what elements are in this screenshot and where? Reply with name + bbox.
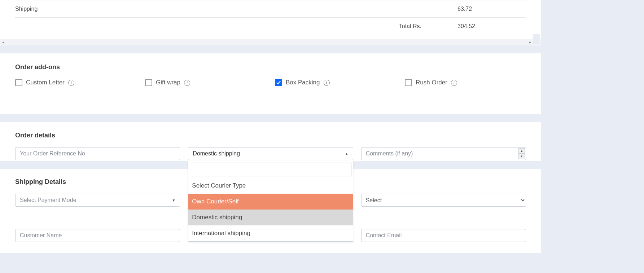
courier-option-international[interactable]: International shipping — [188, 225, 352, 241]
courier-type-select[interactable]: Domestic shipping ▲ — [188, 147, 353, 160]
contact-email-input[interactable] — [361, 229, 526, 242]
horizontal-scrollbar[interactable]: ◂ ▸ — [0, 39, 541, 45]
addon-box-packing: Box Packing i — [275, 79, 405, 86]
summary-total-value: 304.52 — [439, 23, 526, 30]
chevron-up-icon: ▲ — [345, 152, 349, 156]
order-details-section: Order details Domestic shipping ▲ Select… — [0, 122, 541, 161]
addon-custom-letter: Custom Letter i — [15, 79, 145, 86]
order-summary: Shipping 63.72 Total Rs. 304.52 ▾ — [0, 0, 541, 39]
addon-rush-order-label: Rush Order — [416, 79, 447, 86]
addon-rush-order-checkbox[interactable] — [405, 79, 412, 86]
addon-box-packing-checkbox[interactable] — [275, 79, 282, 86]
order-reference-input[interactable] — [15, 147, 180, 160]
addon-rush-order: Rush Order i — [405, 79, 457, 86]
textarea-resize-handle[interactable]: ▲ ▼ — [518, 148, 525, 159]
courier-type-search-input[interactable] — [190, 163, 351, 176]
info-icon[interactable]: i — [184, 80, 190, 86]
courier-type-dropdown: Select Courier Type Own Courier/Self Dom… — [188, 161, 353, 242]
addon-custom-letter-checkbox[interactable] — [15, 79, 22, 86]
courier-option-select-type[interactable]: Select Courier Type — [188, 178, 352, 194]
chevron-down-icon: ▼ — [172, 198, 175, 202]
scroll-left-icon[interactable]: ◂ — [2, 40, 4, 45]
info-icon[interactable]: i — [451, 80, 457, 86]
addon-box-packing-label: Box Packing — [286, 79, 320, 86]
summary-shipping-value: 63.72 — [439, 6, 526, 12]
order-details-title: Order details — [15, 132, 526, 139]
scroll-right-icon[interactable]: ▸ — [529, 40, 531, 45]
summary-total-label: Total Rs. — [396, 23, 439, 30]
check-icon — [276, 80, 281, 85]
addon-gift-wrap-checkbox[interactable] — [145, 79, 152, 86]
payment-mode-placeholder: Select Payment Mode — [20, 197, 76, 203]
addon-gift-wrap: Gift wrap i — [145, 79, 275, 86]
courier-type-selected-value: Domestic shipping — [193, 150, 240, 157]
payment-mode-select[interactable]: Select Payment Mode ▼ — [15, 194, 180, 207]
addon-custom-letter-label: Custom Letter — [26, 79, 65, 86]
summary-shipping-label: Shipping — [15, 6, 396, 12]
courier-option-own-courier[interactable]: Own Courier/Self — [188, 194, 352, 210]
summary-row-total: Total Rs. 304.52 — [15, 17, 526, 35]
info-icon[interactable]: i — [324, 80, 330, 86]
spinner-down-icon[interactable]: ▼ — [518, 154, 525, 159]
spinner-up-icon[interactable]: ▲ — [518, 148, 525, 154]
shipping-right-select[interactable]: Select — [361, 194, 526, 207]
scrollbar-corner — [533, 34, 540, 44]
summary-row-shipping: Shipping 63.72 — [15, 0, 526, 17]
comments-placeholder: Comments (if any) — [366, 150, 413, 157]
courier-option-domestic[interactable]: Domestic shipping — [188, 210, 352, 225]
customer-name-input[interactable] — [15, 229, 180, 242]
addons-title: Order add-ons — [15, 63, 526, 71]
addon-gift-wrap-label: Gift wrap — [156, 79, 180, 86]
comments-input[interactable]: Comments (if any) ▲ ▼ — [361, 147, 526, 160]
order-addons-section: Order add-ons Custom Letter i Gift wrap … — [0, 53, 541, 114]
info-icon[interactable]: i — [68, 80, 74, 86]
